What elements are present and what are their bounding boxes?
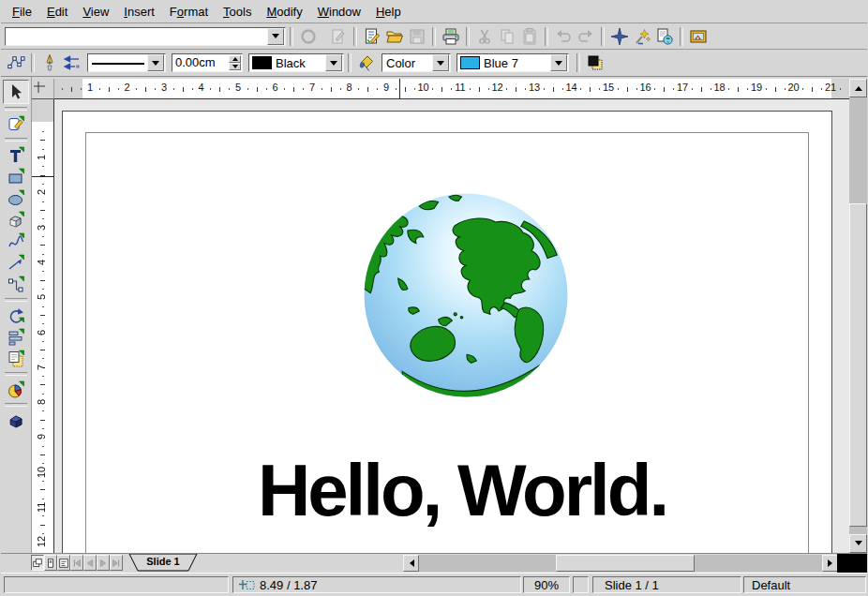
menu-item-file[interactable]: File [5, 2, 39, 22]
hyperlink-icon[interactable] [653, 25, 676, 48]
text-tool-button[interactable] [4, 144, 28, 166]
lines-arrows-tool-button[interactable] [4, 252, 28, 274]
edit-points-icon[interactable] [5, 52, 27, 74]
slide-indicator-value[interactable]: Slide 1 / 1 [605, 578, 659, 592]
hruler-number: 18 [711, 82, 729, 93]
vruler-number: 1 [36, 148, 47, 167]
arrow-ends-icon[interactable] [61, 52, 83, 74]
vruler-number: 11 [36, 498, 47, 516]
menu-item-insert[interactable]: Insert [116, 2, 162, 22]
slide-view-button[interactable] [31, 555, 44, 571]
area-fill-icon[interactable] [355, 52, 378, 74]
pen-icon[interactable] [38, 52, 61, 74]
app-window: FileEditViewInsertFormatToolsModifyWindo… [0, 0, 868, 596]
scroll-down-button[interactable] [849, 534, 867, 553]
hruler-number: 20 [785, 82, 803, 93]
undo-icon [552, 25, 575, 48]
slide-tab-label[interactable]: Slide 1 [128, 556, 198, 567]
slide-indicator-field[interactable]: Slide 1 / 1 [592, 576, 741, 593]
spin-up-button[interactable] [229, 55, 241, 63]
separator [466, 27, 470, 46]
fill-style-dropdown-button[interactable] [432, 54, 449, 71]
line-width-value[interactable]: 0.00cm [172, 54, 229, 71]
open-folder-icon[interactable] [383, 25, 406, 48]
main-toolbox [1, 77, 32, 553]
scroll-left-button[interactable] [403, 555, 419, 572]
separator [31, 53, 35, 72]
line-style-combobox[interactable] [87, 53, 166, 72]
drawing-canvas[interactable]: Hello, World. [54, 99, 849, 553]
line-color-combobox[interactable]: Black [248, 53, 344, 72]
insert-tool-button[interactable] [4, 379, 28, 400]
scroll-up-button[interactable] [849, 79, 867, 97]
3d-controller-icon [7, 411, 25, 430]
rotate-tool-button[interactable] [4, 305, 28, 326]
handout-view-button[interactable] [57, 555, 70, 571]
next-slide-button [97, 555, 110, 571]
3d-objects-tool-button[interactable] [4, 209, 28, 231]
vertical-scrollbar[interactable] [849, 79, 867, 553]
spin-down-button[interactable] [229, 63, 241, 70]
arrange-tool-button[interactable] [4, 348, 28, 369]
select-tool-button[interactable] [3, 80, 29, 104]
hruler-number: 9 [377, 82, 396, 93]
menu-item-modify[interactable]: Modify [259, 2, 309, 22]
vruler-number: 9 [36, 427, 47, 446]
line-color-dropdown-button[interactable] [325, 54, 342, 71]
slide-title-text[interactable]: Hello, World. [181, 454, 743, 527]
separator [5, 298, 27, 302]
vruler-number: 3 [36, 218, 47, 237]
menu-item-tools[interactable]: Tools [216, 2, 259, 22]
zoom-value[interactable]: 90% [534, 578, 559, 592]
ruler-origin-box[interactable] [32, 79, 54, 99]
3d-controller-tool-button[interactable] [4, 410, 28, 431]
fill-style-value[interactable]: Color [382, 56, 432, 70]
horizontal-scrollbar[interactable] [403, 555, 838, 572]
cursor-position-value: 8.49 / 1.87 [260, 578, 317, 592]
menu-item-help[interactable]: Help [368, 2, 409, 22]
print-icon[interactable] [440, 25, 462, 48]
vertical-scroll-thumb[interactable] [849, 203, 867, 527]
vruler-number: 10 [36, 463, 47, 482]
horizontal-ruler[interactable]: 123456789101112131415161718192021 [54, 79, 849, 99]
zoom-field[interactable]: 90% [523, 576, 570, 593]
gallery-icon[interactable] [687, 25, 710, 48]
rectangle-tool-button[interactable] [4, 166, 28, 187]
menu-item-format[interactable]: Format [162, 2, 216, 22]
connector-tool-button[interactable] [4, 274, 28, 295]
line-color-value[interactable]: Black [272, 56, 325, 70]
fill-color-swatch [460, 56, 480, 69]
zoom-tool-button[interactable] [4, 113, 28, 135]
menu-item-edit[interactable]: Edit [39, 2, 75, 22]
scroll-right-button[interactable] [822, 555, 838, 572]
url-dropdown-button[interactable] [267, 28, 284, 45]
menu-bar: FileEditViewInsertFormatToolsModifyWindo… [1, 1, 867, 23]
fill-color-dropdown-button[interactable] [550, 54, 567, 71]
globe-image[interactable] [360, 189, 572, 401]
arrange-icon [7, 350, 25, 368]
fill-color-value[interactable]: Blue 7 [480, 56, 550, 70]
notes-view-button[interactable] [44, 555, 57, 571]
autopilot-icon[interactable] [631, 25, 653, 48]
line-style-dropdown-button[interactable] [147, 54, 164, 71]
vruler-number: 4 [36, 253, 47, 272]
hruler-number: 12 [488, 82, 507, 93]
horizontal-scroll-thumb[interactable] [556, 555, 695, 572]
menu-item-window[interactable]: Window [310, 2, 368, 22]
page-style-field[interactable]: Default [743, 576, 866, 593]
page-style-value[interactable]: Default [752, 578, 790, 592]
ellipse-tool-button[interactable] [4, 187, 28, 209]
slide-tab[interactable]: Slide 1 [128, 554, 198, 572]
hruler-number: 10 [414, 82, 433, 93]
line-width-spinner[interactable]: 0.00cm [172, 53, 243, 72]
fill-style-combobox[interactable]: Color [382, 53, 451, 72]
menu-item-view[interactable]: View [75, 2, 116, 22]
new-document-icon[interactable] [361, 25, 383, 48]
shadow-icon[interactable] [584, 52, 606, 74]
navigator-icon[interactable] [608, 25, 631, 48]
curve-tool-button[interactable] [4, 231, 28, 252]
alignment-tool-button[interactable] [4, 326, 28, 348]
url-combobox[interactable] [5, 27, 286, 46]
fill-color-combobox[interactable]: Blue 7 [456, 53, 569, 72]
vertical-ruler[interactable]: 123456789101112 [32, 99, 54, 553]
